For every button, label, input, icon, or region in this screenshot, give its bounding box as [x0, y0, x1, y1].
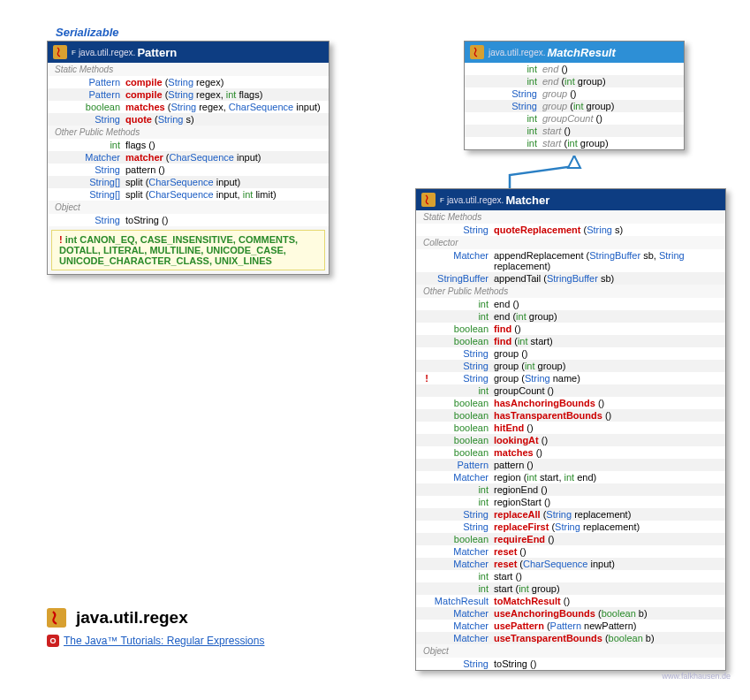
method-name: find (int start)	[494, 336, 718, 346]
return-type: Matcher	[430, 608, 494, 619]
svg-rect-0	[53, 45, 67, 59]
method-name: compile (String regex, int flags)	[125, 89, 322, 100]
return-type: String	[430, 509, 494, 520]
method-name: group (int group)	[542, 101, 677, 111]
method-row: Stringgroup ()	[465, 88, 684, 100]
section-static: Static Methods	[416, 210, 725, 224]
method-name: replaceAll (String replacement)	[494, 509, 718, 520]
return-type: int	[430, 311, 494, 322]
method-row: Stringpattern ()	[48, 164, 329, 176]
method-name: quote (String s)	[125, 114, 322, 125]
method-name: lookingAt ()	[494, 435, 718, 445]
method-row: intstart ()	[416, 570, 725, 582]
return-type: String	[62, 215, 125, 225]
pattern-class-box: F java.util.regex. Pattern Static Method…	[47, 41, 330, 275]
method-row: intstart ()	[465, 125, 684, 137]
java-icon	[53, 45, 67, 59]
final-marker: F	[440, 196, 444, 204]
method-row: booleanfind (int start)	[416, 335, 725, 347]
method-name: group (int group)	[494, 361, 718, 371]
method-name: start (int group)	[494, 583, 718, 594]
method-row: Matcherreset ()	[416, 545, 725, 558]
method-row: intflags ()	[48, 139, 329, 151]
return-type: String[]	[62, 189, 125, 200]
return-type: boolean	[430, 323, 494, 334]
method-name: hasAnchoringBounds ()	[494, 398, 718, 408]
method-row: MatcherappendReplacement (StringBuffer s…	[416, 249, 725, 272]
return-type: int	[479, 76, 542, 87]
return-type: boolean	[430, 534, 494, 544]
svg-marker-2	[568, 156, 580, 168]
return-type: int	[430, 497, 494, 507]
return-type: Matcher	[430, 250, 494, 261]
return-type: String	[430, 373, 494, 384]
matcher-static-list: StringquoteReplacement (String s)	[416, 224, 725, 236]
method-row: Stringquote (String s)	[48, 113, 329, 126]
method-row: intend ()	[416, 298, 725, 310]
method-name: pattern ()	[125, 164, 322, 175]
return-type: StringBuffer	[430, 273, 494, 284]
method-row: booleanlookingAt ()	[416, 434, 725, 446]
method-name: start (int group)	[542, 138, 677, 148]
matcher-obj-list: StringtoString ()	[416, 658, 725, 670]
return-type: int	[430, 484, 494, 495]
pattern-static-list: Patterncompile (String regex)Patterncomp…	[48, 76, 329, 126]
method-name: split (CharSequence input, int limit)	[125, 189, 322, 200]
svg-rect-3	[421, 193, 436, 207]
method-row: String[]split (CharSequence input, int l…	[48, 188, 329, 201]
inheritance-connector	[499, 156, 605, 191]
method-name: group ()	[542, 88, 677, 99]
return-type: Matcher	[62, 152, 125, 163]
final-marker: F	[72, 49, 76, 57]
method-row: intend (int group)	[465, 75, 684, 88]
method-name: find ()	[494, 323, 718, 334]
return-type: String	[430, 361, 494, 371]
pattern-other-list: intflags ()Matchermatcher (CharSequence …	[48, 139, 329, 201]
matchresult-pkg: java.util.regex.	[489, 48, 545, 57]
method-name: split (CharSequence input)	[125, 177, 322, 187]
method-name: reset (CharSequence input)	[494, 559, 718, 569]
method-row: intgroupCount ()	[465, 112, 684, 125]
method-name: toString ()	[494, 658, 718, 669]
section-collector: Collector	[416, 236, 725, 249]
bang-icon: !	[59, 234, 63, 245]
section-other: Other Public Methods	[416, 285, 725, 298]
method-row: StringtoString ()	[416, 658, 725, 670]
method-name: groupCount ()	[494, 385, 718, 396]
method-name: useTransparentBounds (boolean b)	[494, 633, 718, 643]
method-name: replaceFirst (String replacement)	[494, 521, 718, 532]
return-type: boolean	[430, 447, 494, 458]
method-name: matches (String regex, CharSequence inpu…	[125, 102, 322, 112]
method-name: matcher (CharSequence input)	[125, 152, 322, 163]
method-name: appendTail (StringBuffer sb)	[494, 273, 718, 284]
return-type: int	[479, 113, 542, 124]
return-type: boolean	[430, 336, 494, 346]
return-type: Matcher	[430, 559, 494, 569]
java-icon	[47, 608, 66, 628]
matchresult-class-box: java.util.regex. MatchResult intend ()in…	[464, 41, 685, 150]
return-type: boolean	[62, 102, 125, 112]
matchresult-name: MatchResult	[547, 46, 615, 59]
return-type: boolean	[430, 422, 494, 433]
method-row: booleanmatches ()	[416, 446, 725, 459]
method-name: hitEnd ()	[494, 422, 718, 433]
return-type: Matcher	[430, 472, 494, 483]
method-row: MatcheruseTransparentBounds (boolean b)	[416, 632, 725, 644]
tutorial-link[interactable]: The Java™ Tutorials: Regular Expressions	[64, 635, 264, 647]
method-name: start ()	[542, 126, 677, 136]
java-icon	[470, 45, 484, 59]
method-name: requireEnd ()	[494, 534, 718, 544]
method-name: useAnchoringBounds (boolean b)	[494, 608, 718, 619]
method-name: group ()	[494, 348, 718, 359]
return-type: String[]	[62, 177, 125, 187]
method-name: compile (String regex)	[125, 77, 322, 88]
pattern-obj-list: StringtoString ()	[48, 214, 329, 226]
pattern-header: F java.util.regex. Pattern	[48, 42, 329, 63]
return-type: String	[479, 101, 542, 111]
matcher-header: F java.util.regex. Matcher	[416, 189, 725, 210]
return-type: int	[479, 126, 542, 136]
return-type: int	[479, 64, 542, 74]
method-name: toString ()	[125, 215, 322, 225]
method-name: end (int group)	[494, 311, 718, 322]
matcher-name: Matcher	[505, 194, 549, 207]
